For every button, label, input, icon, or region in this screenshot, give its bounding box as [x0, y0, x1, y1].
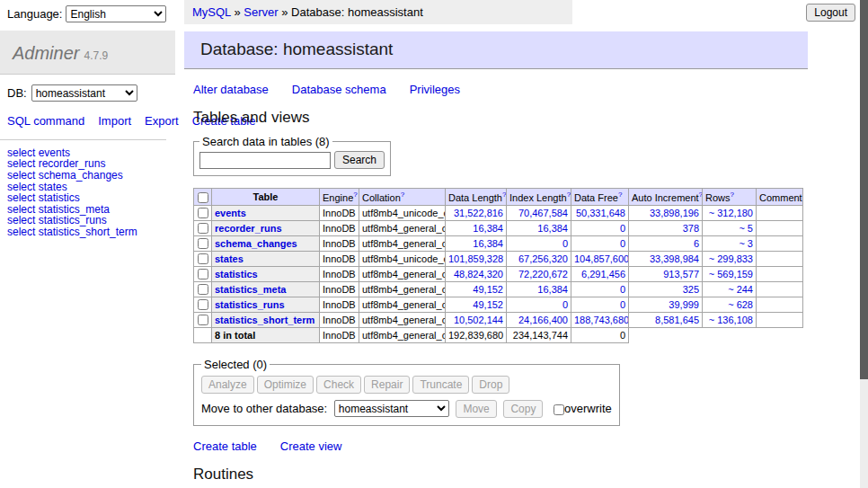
select-all-checkbox[interactable]	[198, 192, 208, 203]
action-link[interactable]: Privileges	[410, 83, 460, 96]
row-checkbox[interactable]	[198, 284, 208, 295]
data-free-link[interactable]: 0	[620, 284, 625, 295]
table-name-link[interactable]: statistics_meta	[215, 284, 287, 295]
language-select[interactable]: English	[66, 5, 166, 22]
index-length-link[interactable]: 16,384	[537, 284, 568, 295]
help-link[interactable]: ?	[731, 191, 734, 199]
data-free-cell: 0	[571, 220, 629, 235]
index-length-link[interactable]: 70,467,584	[518, 208, 568, 218]
data-length-link[interactable]: 31,522,816	[454, 208, 503, 218]
auto-increment-link[interactable]: 913,577	[663, 269, 699, 279]
logout-button[interactable]: Logout	[806, 4, 855, 22]
move-db-select[interactable]: homeassistant	[334, 400, 449, 417]
data-length-link[interactable]: 48,824,320	[454, 269, 503, 279]
help-link[interactable]: ?	[353, 191, 357, 199]
rows-link[interactable]: ~ 312,180	[709, 208, 753, 218]
bulk-repair-button[interactable]: Repair	[364, 376, 410, 394]
data-free-link[interactable]: 0	[620, 299, 625, 310]
data-length-link[interactable]: 10,502,144	[454, 315, 503, 325]
rows-link[interactable]: ~ 5	[739, 223, 753, 234]
row-checkbox[interactable]	[198, 238, 208, 249]
rows-link[interactable]: ~ 244	[728, 284, 753, 295]
help-link[interactable]: ?	[567, 191, 571, 199]
index-length-link[interactable]: 0	[562, 299, 568, 310]
auto-increment-link[interactable]: 33,398,984	[650, 253, 699, 264]
rows-link[interactable]: ~ 3	[739, 238, 753, 249]
sidebar-select-link[interactable]: select statistics	[7, 192, 175, 204]
bulk-check-button[interactable]: Check	[316, 376, 361, 394]
sidebar-link[interactable]: Export	[145, 114, 179, 128]
auto-increment-link[interactable]: 378	[683, 223, 699, 234]
bulk-truncate-button[interactable]: Truncate	[412, 376, 469, 394]
auto-increment-link[interactable]: 39,999	[669, 299, 699, 310]
table-name-link[interactable]: states	[215, 253, 244, 264]
create-link[interactable]: Create view	[280, 439, 342, 453]
data-free-link[interactable]: 188,743,680	[574, 315, 629, 325]
sidebar-link[interactable]: SQL command	[7, 114, 84, 128]
help-link[interactable]: ?	[802, 191, 803, 199]
table-name-link[interactable]: events	[215, 208, 246, 218]
breadcrumb-link[interactable]: Server	[244, 5, 278, 19]
bulk-analyze-button[interactable]: Analyze	[201, 376, 254, 394]
rows-link[interactable]: ~ 299,833	[709, 253, 753, 264]
help-link[interactable]: ?	[502, 191, 506, 199]
data-length-link[interactable]: 16,384	[473, 238, 503, 249]
overwrite-checkbox[interactable]	[554, 404, 564, 415]
row-checkbox[interactable]	[198, 253, 208, 264]
sidebar-select-link[interactable]: select statistics_short_term	[7, 226, 175, 238]
data-length-link[interactable]: 16,384	[473, 223, 503, 234]
index-length-link[interactable]: 16,384	[537, 223, 568, 234]
scrollbar-thumb[interactable]	[860, 0, 868, 379]
table-name-link[interactable]: statistics_runs	[215, 299, 285, 310]
row-checkbox[interactable]	[198, 208, 208, 218]
row-checkbox[interactable]	[198, 299, 208, 310]
table-name-link[interactable]: schema_changes	[215, 238, 297, 249]
db-select[interactable]: homeassistant	[31, 84, 137, 102]
data-length-link[interactable]: 101,859,328	[448, 253, 503, 264]
data-length-link[interactable]: 49,152	[473, 284, 503, 295]
move-button[interactable]: Move	[456, 400, 496, 418]
create-link[interactable]: Create table	[193, 439, 257, 453]
row-check-cell	[194, 205, 212, 220]
index-length-link[interactable]: 72,220,672	[518, 269, 568, 279]
action-link[interactable]: Alter database	[193, 83, 269, 96]
help-link[interactable]: ?	[699, 191, 703, 199]
data-free-link[interactable]: 0	[620, 223, 625, 234]
rows-link[interactable]: ~ 136,108	[709, 315, 753, 325]
data-free-link[interactable]: 50,331,648	[576, 208, 625, 218]
data-length-cell: 16,384	[446, 220, 507, 235]
table-name-link[interactable]: recorder_runs	[215, 223, 282, 234]
rows-link[interactable]: ~ 628	[728, 299, 753, 310]
data-free-link[interactable]: 104,857,600	[574, 253, 629, 264]
search-input[interactable]	[199, 152, 331, 169]
index-length-link[interactable]: 67,256,320	[518, 253, 568, 264]
bulk-drop-button[interactable]: Drop	[472, 376, 509, 394]
data-free-link[interactable]: 0	[620, 238, 625, 249]
bulk-optimize-button[interactable]: Optimize	[257, 376, 314, 394]
row-checkbox[interactable]	[198, 315, 208, 325]
search-button[interactable]: Search	[334, 151, 385, 169]
sidebar-select-link[interactable]: select schema_changes	[7, 170, 175, 182]
breadcrumb-link[interactable]: MySQL	[192, 5, 231, 19]
data-length-link[interactable]: 49,152	[473, 299, 503, 310]
column-header-comment: Comment?	[757, 189, 803, 206]
total-collation-cell: utf8mb4_general_ci	[359, 327, 446, 342]
auto-increment-link[interactable]: 325	[683, 284, 699, 295]
auto-increment-link[interactable]: 33,898,196	[650, 208, 699, 218]
scrollbar[interactable]	[860, 0, 868, 488]
index-length-link[interactable]: 0	[562, 238, 568, 249]
table-name-link[interactable]: statistics_short_term	[215, 315, 314, 325]
copy-button[interactable]: Copy	[503, 400, 543, 418]
table-name-link[interactable]: statistics	[215, 269, 258, 279]
help-link[interactable]: ?	[618, 191, 622, 199]
data-free-link[interactable]: 6,291,456	[581, 269, 625, 279]
index-length-link[interactable]: 24,166,400	[518, 315, 568, 325]
rows-link[interactable]: ~ 569,159	[709, 269, 753, 279]
action-link[interactable]: Database schema	[292, 83, 386, 96]
help-link[interactable]: ?	[401, 191, 404, 199]
auto-increment-link[interactable]: 8,581,645	[655, 315, 699, 325]
row-checkbox[interactable]	[198, 223, 208, 234]
row-checkbox[interactable]	[198, 269, 208, 279]
auto-increment-link[interactable]: 6	[694, 238, 699, 249]
sidebar-link[interactable]: Import	[98, 114, 131, 128]
